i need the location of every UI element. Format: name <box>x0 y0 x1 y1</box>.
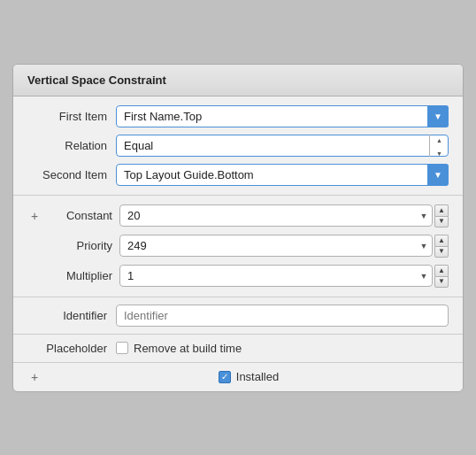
constant-stepper-down[interactable]: ▼ <box>434 216 449 228</box>
constant-label-area: Constant 20 ▲ ▼ <box>49 204 449 228</box>
relation-select[interactable]: Equal <box>116 135 449 157</box>
relation-label: Relation <box>27 139 107 152</box>
installed-section: + Installed <box>13 363 463 391</box>
identifier-row: Identifier <box>27 305 449 327</box>
constant-stepper-buttons: ▲ ▼ <box>434 204 449 228</box>
identifier-section: Identifier <box>13 297 463 335</box>
installed-label: Installed <box>236 370 279 383</box>
relation-row: Relation Equal <box>27 135 449 157</box>
multiplier-stepper-buttons: ▲ ▼ <box>434 265 449 288</box>
installed-plus-icon[interactable]: + <box>27 370 42 384</box>
multiplier-stepper-up[interactable]: ▲ <box>434 265 449 276</box>
multiplier-select[interactable]: 1 <box>119 265 433 287</box>
constant-stepper-up[interactable]: ▲ <box>434 204 449 216</box>
constant-select[interactable]: 20 <box>119 204 433 227</box>
second-item-label: Second Item <box>27 168 107 181</box>
priority-label: Priority <box>49 239 112 252</box>
priority-select[interactable]: 249 <box>119 235 433 257</box>
second-item-select[interactable]: Top Layout Guide.Bottom <box>116 164 449 186</box>
multiplier-label: Multiplier <box>49 269 112 282</box>
first-item-row: First Item First Name.Top <box>27 105 449 127</box>
placeholder-section: Placeholder Remove at build time <box>13 335 463 363</box>
priority-stepper-buttons: ▲ ▼ <box>434 235 449 258</box>
remove-at-build-label: Remove at build time <box>134 342 242 355</box>
multiplier-select-wrapper: 1 <box>119 265 433 287</box>
constant-row: + Constant 20 ▲ ▼ <box>13 201 463 231</box>
placeholder-label: Placeholder <box>27 342 107 355</box>
multiplier-stepper-down[interactable]: ▼ <box>434 276 449 288</box>
identifier-label: Identifier <box>27 309 107 322</box>
multiplier-row: + Multiplier 1 ▲ ▼ <box>13 261 463 291</box>
placeholder-checkbox[interactable] <box>116 342 128 354</box>
second-item-row: Second Item Top Layout Guide.Bottom <box>27 164 449 186</box>
priority-select-wrapper: 249 <box>119 235 433 257</box>
constant-plus-icon[interactable]: + <box>27 209 42 223</box>
constant-select-wrapper: 20 <box>119 204 433 227</box>
first-item-select-wrapper: First Name.Top <box>116 105 449 127</box>
priority-select-stepper: 249 ▲ ▼ <box>119 235 449 258</box>
priority-stepper-up[interactable]: ▲ <box>434 235 449 246</box>
priority-label-area: Priority 249 ▲ ▼ <box>49 235 449 258</box>
vertical-space-constraint-panel: Vertical Space Constraint First Item Fir… <box>12 64 464 392</box>
installed-checkbox[interactable] <box>219 371 231 383</box>
priority-stepper-down[interactable]: ▼ <box>434 246 449 258</box>
second-item-select-wrapper: Top Layout Guide.Bottom <box>116 164 449 186</box>
relation-select-wrapper: Equal <box>116 135 449 157</box>
multiplier-label-area: Multiplier 1 ▲ ▼ <box>49 265 449 288</box>
constant-label: Constant <box>49 209 112 222</box>
identifier-input[interactable] <box>116 305 449 327</box>
panel-title: Vertical Space Constraint <box>13 65 463 96</box>
first-item-label: First Item <box>27 110 107 123</box>
multiplier-select-stepper: 1 ▲ ▼ <box>119 265 449 288</box>
top-section: First Item First Name.Top Relation Equal <box>13 96 463 196</box>
middle-section: + Constant 20 ▲ ▼ <box>13 196 463 297</box>
installed-center: Installed <box>49 370 449 383</box>
placeholder-checkbox-wrapper: Remove at build time <box>116 342 242 355</box>
constant-select-stepper: 20 ▲ ▼ <box>119 204 449 228</box>
priority-row: + Priority 249 ▲ ▼ <box>13 231 463 261</box>
first-item-select[interactable]: First Name.Top <box>116 105 449 127</box>
